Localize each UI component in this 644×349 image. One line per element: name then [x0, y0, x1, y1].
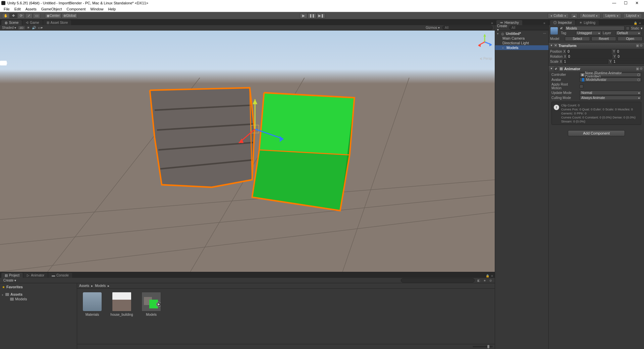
scale-tool-button[interactable]: ⤢	[25, 13, 33, 18]
rotate-tool-button[interactable]: ⟳	[17, 13, 25, 18]
scene-context-icon[interactable]: ⋯	[542, 32, 546, 36]
gear-icon[interactable]: ⚙	[640, 67, 643, 70]
handle-rotation-button[interactable]: ⊕ Global	[62, 13, 77, 18]
tab-asset-store[interactable]: ⊞Asset Store	[43, 20, 71, 25]
favorites-header[interactable]: ★Favorites	[0, 285, 77, 289]
scene-search-input[interactable]	[442, 26, 493, 30]
orientation-gizmo[interactable]	[476, 33, 493, 51]
hierarchy-scene-row[interactable]: ▾◎ Untitled* ⋯	[495, 31, 548, 36]
layer-dropdown[interactable]: Default	[615, 31, 641, 35]
scale-x-input[interactable]	[563, 59, 608, 64]
static-dropdown-icon[interactable]: ▾	[641, 26, 643, 31]
hierarchy-item-directional-light[interactable]: Directional Light	[495, 41, 548, 45]
tab-project[interactable]: ▤Project	[1, 273, 23, 278]
animator-header[interactable]: ▼ ✔ ▦ Animator ▣⚙	[549, 66, 644, 71]
model-revert-button[interactable]: Revert	[591, 37, 616, 41]
apply-root-motion-checkbox[interactable]	[580, 85, 583, 88]
menu-window[interactable]: Window	[88, 7, 106, 11]
save-search-icon[interactable]: ⊘	[489, 279, 493, 283]
asset-house-building[interactable]: house_building	[110, 292, 133, 316]
pause-button[interactable]: ❚❚	[308, 13, 316, 18]
help-icon[interactable]: ▣	[636, 67, 639, 70]
static-checkbox[interactable]	[626, 27, 630, 30]
account-dropdown[interactable]: Account	[580, 13, 600, 18]
tab-game[interactable]: ᐊGame	[22, 20, 42, 25]
layout-dropdown[interactable]: Layout	[623, 13, 642, 18]
object-picker-icon[interactable]	[637, 73, 640, 76]
lower-tab-options-icon[interactable]: ≡	[490, 274, 494, 278]
tab-lighting[interactable]: ☀Lighting	[576, 20, 599, 25]
asset-models-prefab[interactable]: Models	[140, 292, 163, 316]
tab-console[interactable]: ▬Console	[48, 273, 72, 278]
layers-dropdown[interactable]: Layers	[602, 13, 621, 18]
tab-options-icon[interactable]: ≡	[490, 21, 494, 25]
add-component-button[interactable]: Add Component	[568, 130, 625, 136]
help-icon[interactable]: ▣	[636, 44, 639, 47]
position-y-input[interactable]	[616, 49, 644, 54]
project-search-input[interactable]	[401, 278, 475, 283]
asset-grid[interactable]: Materials house_building	[77, 289, 495, 344]
gameobject-active-checkbox[interactable]: ✔	[559, 26, 564, 30]
menu-gameobject[interactable]: GameObject	[39, 7, 64, 11]
gizmos-dropdown[interactable]: Gizmos ▾	[426, 26, 440, 30]
project-tree[interactable]: ★Favorites Assets Models	[0, 283, 77, 349]
asset-materials-folder[interactable]: Materials	[80, 292, 104, 316]
menu-edit[interactable]: Edit	[12, 7, 23, 11]
culling-mode-dropdown[interactable]: Always Animate	[580, 96, 641, 100]
inspector-options-icon[interactable]: ≡	[638, 21, 642, 25]
tag-dropdown[interactable]: Untagged	[576, 31, 601, 35]
audio-toggle-icon[interactable]: 🔊	[32, 26, 36, 30]
breadcrumb-assets[interactable]: Assets	[79, 284, 89, 288]
thumbnail-size-slider[interactable]	[473, 346, 493, 347]
hierarchy-item-main-camera[interactable]: Main Camera	[495, 36, 548, 41]
close-window-button[interactable]: ✕	[631, 0, 643, 6]
scale-y-input[interactable]	[612, 59, 644, 64]
rotation-y-input[interactable]	[616, 54, 644, 59]
scene-view[interactable]: ≼ Persp	[0, 31, 495, 272]
pivot-mode-button[interactable]: ◉ Center	[45, 13, 61, 18]
menu-file[interactable]: File	[1, 7, 12, 11]
update-mode-dropdown[interactable]: Normal	[580, 91, 641, 95]
model-open-button[interactable]: Open	[618, 37, 643, 41]
hierarchy-tree[interactable]: ▾◎ Untitled* ⋯ Main Camera Directional L…	[495, 31, 548, 349]
play-button[interactable]: ▶	[300, 13, 307, 18]
step-button[interactable]: ▶❚	[317, 13, 325, 18]
filter-by-label-icon[interactable]: ★	[483, 279, 487, 283]
breadcrumb-models[interactable]: Models	[95, 284, 106, 288]
hierarchy-options-icon[interactable]: ≡	[542, 21, 546, 25]
maximize-button[interactable]: ☐	[620, 0, 631, 6]
rotation-x-input[interactable]	[567, 54, 612, 59]
tab-inspector[interactable]: ⓘInspector	[550, 20, 575, 25]
hierarchy-item-models[interactable]: ▸Models	[495, 45, 548, 50]
menu-assets[interactable]: Assets	[23, 7, 39, 11]
gear-icon[interactable]: ⚙	[640, 44, 643, 47]
cloud-icon[interactable]: ☁	[571, 13, 578, 18]
folder-models[interactable]: Models	[0, 297, 77, 301]
hand-tool-button[interactable]: ✋	[2, 13, 9, 18]
lower-tab-lock-icon[interactable]: 🔒	[485, 274, 489, 278]
menu-component[interactable]: Component	[64, 7, 88, 11]
inspector-lock-icon[interactable]: 🔒	[633, 21, 637, 25]
model-select-button[interactable]: Select	[565, 37, 590, 41]
assets-root[interactable]: Assets	[0, 292, 77, 297]
object-picker-icon[interactable]	[637, 79, 640, 81]
animator-enabled-checkbox[interactable]: ✔	[554, 67, 558, 71]
menu-help[interactable]: Help	[106, 7, 118, 11]
tab-animator[interactable]: ▷Animator	[23, 273, 48, 278]
toggle-2d-button[interactable]: 2D	[18, 26, 25, 30]
position-x-input[interactable]	[566, 49, 611, 54]
collab-dropdown[interactable]: Collab	[548, 13, 569, 18]
rect-tool-button[interactable]: ▭	[33, 13, 40, 18]
gameobject-name-input[interactable]	[565, 26, 625, 31]
lighting-toggle-icon[interactable]: ☀	[27, 26, 30, 30]
avatar-field[interactable]: 👤ModelsAvatar	[580, 78, 641, 82]
filter-by-type-icon[interactable]: ◧	[477, 279, 481, 283]
minimize-button[interactable]: —	[608, 0, 620, 6]
transform-header[interactable]: ▼⤧ Transform ▣⚙	[549, 43, 644, 48]
fx-toggle-icon[interactable]: ▭▾	[38, 26, 43, 30]
shading-mode-dropdown[interactable]: Shaded ▾	[2, 26, 16, 30]
move-tool-button[interactable]: ✥	[10, 13, 17, 18]
tab-scene[interactable]: ◍Scene	[1, 20, 22, 25]
controller-field[interactable]: ▣None (Runtime Animator Controller)	[580, 72, 641, 77]
project-create-dropdown[interactable]: Create ▾	[2, 279, 17, 282]
